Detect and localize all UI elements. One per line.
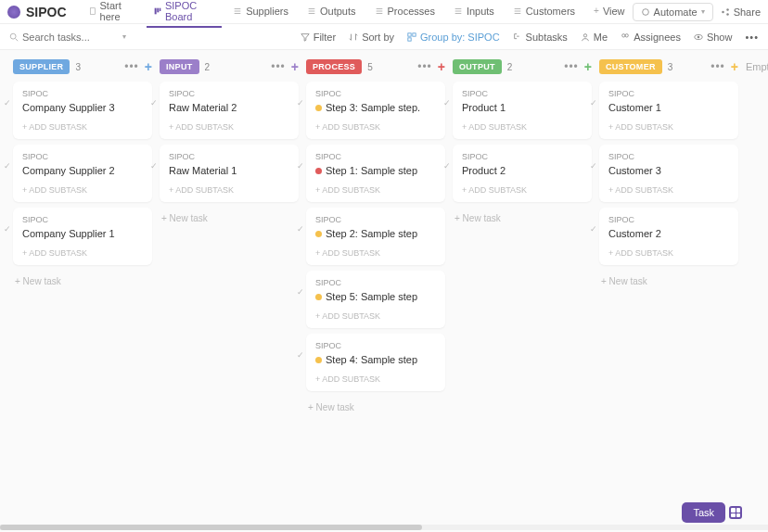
add-subtask-button[interactable]: + ADD SUBTASK <box>462 122 582 132</box>
task-card[interactable]: ✓SIPOCStep 4: Sample step+ ADD SUBTASK <box>306 334 445 391</box>
task-card[interactable]: ✓SIPOCStep 2: Sample step+ ADD SUBTASK <box>306 208 445 265</box>
task-card[interactable]: ✓SIPOCStep 1: Sample step+ ADD SUBTASK <box>306 145 445 202</box>
task-grid-button[interactable] <box>729 506 742 519</box>
column-menu-button[interactable]: ••• <box>124 60 139 73</box>
add-subtask-button[interactable]: + ADD SUBTASK <box>315 122 436 132</box>
add-subtask-button[interactable]: + ADD SUBTASK <box>315 374 436 384</box>
horizontal-scrollbar[interactable] <box>0 525 768 530</box>
tab-inputs[interactable]: Inputs <box>446 0 502 28</box>
card-title: Step 2: Sample step <box>315 228 436 239</box>
automate-button[interactable]: Automate ▾ <box>633 3 713 21</box>
column-add-button[interactable]: + <box>731 59 738 74</box>
column-add-button[interactable]: + <box>584 59 592 74</box>
new-task-button[interactable]: + New task <box>13 271 152 292</box>
add-subtask-button[interactable]: + ADD SUBTASK <box>22 122 143 132</box>
card-tag: SIPOC <box>22 89 143 98</box>
task-card[interactable]: ✓SIPOCCompany Supplier 3+ ADD SUBTASK <box>13 82 152 139</box>
check-icon[interactable]: ✓ <box>297 224 306 234</box>
add-subtask-button[interactable]: + ADD SUBTASK <box>22 248 143 258</box>
column-label[interactable]: SUPPLIER <box>13 59 70 74</box>
chevron-down-icon[interactable]: ▾ <box>122 32 126 41</box>
check-icon[interactable]: ✓ <box>150 161 160 171</box>
tab-customers[interactable]: Customers <box>506 0 582 28</box>
task-card[interactable]: ✓SIPOCStep 5: Sample step+ ADD SUBTASK <box>306 271 445 328</box>
task-card[interactable]: ✓SIPOCRaw Material 1+ ADD SUBTASK <box>160 145 299 202</box>
svg-point-32 <box>698 35 700 38</box>
add-subtask-button[interactable]: + ADD SUBTASK <box>22 185 143 195</box>
check-icon[interactable]: ✓ <box>297 98 306 108</box>
show-button[interactable]: Show <box>694 32 733 43</box>
column-add-button[interactable]: + <box>291 59 299 74</box>
check-icon[interactable]: ✓ <box>443 98 453 108</box>
card-title-text: Step 5: Sample step <box>326 291 417 302</box>
task-card[interactable]: ✓SIPOCCompany Supplier 1+ ADD SUBTASK <box>13 208 152 265</box>
check-icon[interactable]: ✓ <box>297 350 306 360</box>
app-icon <box>7 6 20 19</box>
sort-button[interactable]: Sort by <box>349 32 394 43</box>
column-label[interactable]: OUTPUT <box>453 59 502 74</box>
check-icon[interactable]: ✓ <box>297 287 306 297</box>
new-task-button[interactable]: + New task <box>306 397 445 418</box>
task-card[interactable]: ✓SIPOCStep 3: Sample step.+ ADD SUBTASK <box>306 82 445 139</box>
add-subtask-button[interactable]: + ADD SUBTASK <box>315 248 436 258</box>
tab-outputs[interactable]: Outputs <box>300 0 364 28</box>
task-card[interactable]: ✓SIPOCCustomer 3+ ADD SUBTASK <box>599 145 738 202</box>
more-button[interactable]: ••• <box>745 32 759 43</box>
tab-processes[interactable]: Processes <box>367 0 442 28</box>
column-menu-button[interactable]: ••• <box>417 60 432 73</box>
assignees-button[interactable]: Assignees <box>621 32 681 43</box>
tab-start-here[interactable]: Start here <box>82 0 143 28</box>
column-label[interactable]: PROCESS <box>306 59 362 74</box>
task-card[interactable]: ✓SIPOCCompany Supplier 2+ ADD SUBTASK <box>13 145 152 202</box>
check-icon[interactable]: ✓ <box>4 161 13 171</box>
tab-suppliers[interactable]: Suppliers <box>225 0 296 28</box>
add-subtask-button[interactable]: + ADD SUBTASK <box>315 185 436 195</box>
check-icon[interactable]: ✓ <box>4 224 13 234</box>
column-add-button[interactable]: + <box>438 59 445 74</box>
check-icon[interactable]: ✓ <box>590 98 599 108</box>
tab-view[interactable]: + View <box>586 0 633 28</box>
add-subtask-button[interactable]: + ADD SUBTASK <box>169 185 289 195</box>
check-icon[interactable]: ✓ <box>590 161 599 171</box>
check-icon[interactable]: ✓ <box>443 161 453 171</box>
column-label[interactable]: INPUT <box>160 59 199 74</box>
card-title-text: Step 4: Sample step <box>326 354 417 365</box>
column-add-button[interactable]: + <box>145 59 152 74</box>
new-task-button[interactable]: + New task <box>453 208 592 229</box>
task-card[interactable]: ✓SIPOCProduct 1+ ADD SUBTASK <box>453 82 592 139</box>
add-subtask-button[interactable]: + ADD SUBTASK <box>608 122 729 132</box>
column-label[interactable]: CUSTOMER <box>599 59 662 74</box>
column-menu-button[interactable]: ••• <box>271 60 286 73</box>
check-icon[interactable]: ✓ <box>590 224 599 234</box>
task-card[interactable]: ✓SIPOCCustomer 1+ ADD SUBTASK <box>599 82 738 139</box>
add-subtask-button[interactable]: + ADD SUBTASK <box>315 311 436 321</box>
task-card[interactable]: ✓SIPOCRaw Material 2+ ADD SUBTASK <box>160 82 299 139</box>
column-menu-button[interactable]: ••• <box>564 60 579 73</box>
column-menu-button[interactable]: ••• <box>710 60 725 73</box>
empty-column[interactable]: Empty <box>746 59 768 513</box>
check-icon[interactable]: ✓ <box>150 98 160 108</box>
card-title-text: Company Supplier 2 <box>22 165 115 176</box>
show-label: Show <box>707 32 733 43</box>
scrollbar-thumb[interactable] <box>0 525 422 530</box>
task-card[interactable]: ✓SIPOCProduct 2+ ADD SUBTASK <box>453 145 592 202</box>
task-button[interactable]: Task <box>682 502 725 523</box>
new-task-button[interactable]: + New task <box>160 208 299 229</box>
add-subtask-button[interactable]: + ADD SUBTASK <box>169 122 289 132</box>
check-icon[interactable]: ✓ <box>297 161 306 171</box>
me-button[interactable]: Me <box>581 32 608 43</box>
new-task-button[interactable]: + New task <box>599 271 738 292</box>
subtasks-button[interactable]: Subtasks <box>513 32 568 43</box>
add-subtask-button[interactable]: + ADD SUBTASK <box>608 185 729 195</box>
svg-point-23 <box>10 33 16 39</box>
check-icon[interactable]: ✓ <box>4 98 13 108</box>
share-button[interactable]: Share <box>721 6 761 18</box>
task-card[interactable]: ✓SIPOCCustomer 2+ ADD SUBTASK <box>599 208 738 265</box>
search-input[interactable] <box>22 32 115 43</box>
add-subtask-button[interactable]: + ADD SUBTASK <box>462 185 582 195</box>
tab-sipoc-board[interactable]: SIPOC Board <box>147 0 222 28</box>
add-subtask-button[interactable]: + ADD SUBTASK <box>608 248 729 258</box>
group-button[interactable]: Group by: SIPOC <box>407 32 500 43</box>
filter-button[interactable]: Filter <box>301 32 336 43</box>
card-title: Product 1 <box>462 102 582 113</box>
